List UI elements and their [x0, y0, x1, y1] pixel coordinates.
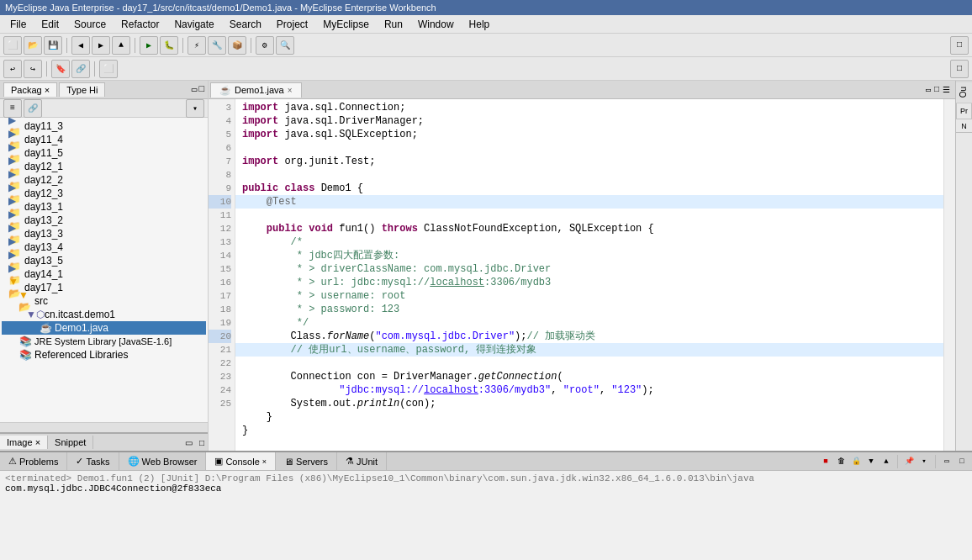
- outline-panel-tab[interactable]: Ou: [956, 81, 972, 103]
- tree-item-day13-4[interactable]: ▶📁 day13_4: [2, 240, 206, 254]
- console-next[interactable]: ▼: [864, 455, 878, 468]
- tb-save[interactable]: 💾: [44, 36, 62, 55]
- tb-back[interactable]: ◀: [71, 36, 90, 55]
- collapse-all-btn[interactable]: ≡: [3, 99, 22, 118]
- tree-label: day12_3: [24, 188, 63, 199]
- tab-problems[interactable]: ⚠ Problems: [0, 452, 67, 470]
- tb2-2[interactable]: ↪: [24, 60, 42, 78]
- bottom-content-area: <terminated> Demo1.fun1 (2) [JUnit] D:\P…: [0, 471, 972, 560]
- console-prev[interactable]: ▲: [880, 455, 893, 468]
- tb2-4[interactable]: 🔗: [71, 60, 90, 78]
- servers-label: Servers: [296, 457, 328, 467]
- tb-debug[interactable]: 🐛: [160, 36, 178, 55]
- tb-up[interactable]: ▲: [112, 36, 130, 55]
- editor-maximize-icon[interactable]: □: [934, 85, 939, 94]
- console-stop-btn[interactable]: ■: [819, 455, 832, 468]
- nav-panel-icon[interactable]: N: [956, 119, 972, 133]
- menu-project[interactable]: Project: [270, 17, 314, 32]
- tab-package-explorer[interactable]: Packag ×: [3, 82, 57, 97]
- tb-extra4[interactable]: ⚙: [256, 36, 274, 55]
- tab-snippet[interactable]: Snippet: [48, 436, 93, 449]
- editor-minimize-icon[interactable]: ▭: [926, 85, 931, 95]
- tab-tasks[interactable]: ✓ Tasks: [67, 452, 119, 470]
- tb-extra1[interactable]: ⚡: [188, 36, 206, 55]
- tab-servers[interactable]: 🖥 Servers: [276, 452, 337, 470]
- tree-label: JRE System Library [JavaSE-1.6]: [34, 336, 172, 346]
- menu-source[interactable]: Source: [67, 17, 113, 32]
- separator-6: [94, 61, 95, 77]
- console-close[interactable]: ×: [262, 457, 267, 466]
- tab-web-browser[interactable]: 🌐 Web Browser: [119, 452, 207, 470]
- tb-extra5[interactable]: 🔍: [276, 36, 294, 55]
- prop-panel-icon[interactable]: Pr: [956, 103, 972, 119]
- tree-hscroll[interactable]: [0, 422, 208, 432]
- tree-item-day13-1[interactable]: ▶📁 day13_1: [2, 200, 206, 214]
- tree-label: Demo1.java: [55, 322, 108, 334]
- tree-label: day13_3: [24, 228, 63, 240]
- menu-run[interactable]: Run: [378, 17, 409, 32]
- tree-label: day13_4: [24, 241, 63, 253]
- editor-tab-demo1[interactable]: ☕ Demo1.java ×: [210, 82, 302, 98]
- bl-maximize[interactable]: □: [196, 438, 208, 447]
- tree-item-day13-2[interactable]: ▶📁 day13_2: [2, 214, 206, 227]
- tree-item-day12-2[interactable]: ▶📁 day12_2: [2, 173, 206, 187]
- tab-junit[interactable]: ⚗ JUnit: [337, 452, 387, 470]
- browser-label: Web Browser: [142, 457, 198, 467]
- console-output: <terminated> Demo1.fun1 (2) [JUnit] D:\P…: [0, 471, 972, 560]
- tb-extra2[interactable]: 🔧: [208, 36, 226, 55]
- tab-image[interactable]: Image ×: [0, 436, 48, 449]
- menu-file[interactable]: File: [3, 17, 33, 32]
- tb-new[interactable]: ⬜: [3, 36, 22, 55]
- editor-outline-toggle[interactable]: ☰: [943, 85, 950, 95]
- tb2-5[interactable]: ⬜: [99, 60, 118, 78]
- console-pin[interactable]: 📌: [902, 455, 916, 468]
- bottom-maximize[interactable]: □: [955, 455, 969, 468]
- editor-tab-close[interactable]: ×: [288, 86, 293, 95]
- menu-refactor[interactable]: Refactor: [114, 17, 166, 32]
- menu-search[interactable]: Search: [223, 17, 268, 32]
- tb-extra3[interactable]: 📦: [228, 36, 246, 55]
- tb2-1[interactable]: ↩: [3, 60, 22, 78]
- editor-tab-bar: ☕ Demo1.java × ▭ □ ☰: [209, 81, 955, 99]
- link-btn[interactable]: 🔗: [24, 99, 42, 118]
- tree-item-jre[interactable]: 📚 JRE System Library [JavaSE-1.6]: [2, 335, 206, 348]
- tree-item-day17-1[interactable]: ▼📂 day17_1: [2, 281, 206, 294]
- maximize-icon[interactable]: □: [198, 84, 204, 95]
- tree-item-day11-5[interactable]: ▶📁 day11_5: [2, 146, 206, 160]
- tree-item-day11-4[interactable]: ▶📁 day11_4: [2, 133, 206, 146]
- bl-minimize[interactable]: ▭: [182, 438, 196, 447]
- separator-5: [46, 61, 47, 77]
- menu-edit[interactable]: Edit: [34, 17, 66, 32]
- tab-type-hierarchy[interactable]: Type Hi: [59, 82, 105, 97]
- console-view-menu[interactable]: ▾: [917, 455, 931, 468]
- tree-item-day12-1[interactable]: ▶📁 day12_1: [2, 160, 206, 173]
- view-menu-btn[interactable]: ▾: [186, 99, 204, 118]
- tree-item-src[interactable]: ▼📂 src: [2, 294, 206, 308]
- menu-navigate[interactable]: Navigate: [167, 17, 220, 32]
- tree-item-day13-3[interactable]: ▶📁 day13_3: [2, 227, 206, 240]
- tree-item-day13-5[interactable]: ▶📁 day13_5: [2, 254, 206, 267]
- menu-myeclipse[interactable]: MyEclipse: [316, 17, 376, 32]
- tree-item-package[interactable]: ▼⬡ cn.itcast.demo1: [2, 308, 206, 321]
- code-content[interactable]: import java.sql.Connection; import java.…: [235, 99, 943, 451]
- tb-open[interactable]: 📂: [24, 36, 42, 55]
- tree-item-demo1-java[interactable]: ☕ Demo1.java: [2, 321, 206, 335]
- tree-item-ref-libs[interactable]: 📚 Referenced Libraries: [2, 348, 206, 362]
- menu-help[interactable]: Help: [462, 17, 497, 32]
- tb2-right[interactable]: □: [950, 60, 969, 78]
- tb-forward[interactable]: ▶: [92, 36, 110, 55]
- console-clear-btn[interactable]: 🗑: [834, 455, 848, 468]
- tb-perspective[interactable]: □: [950, 36, 969, 55]
- tree-item-day12-3[interactable]: ▶📁 day12_3: [2, 187, 206, 200]
- tb-run[interactable]: ▶: [140, 36, 158, 55]
- tb2-3[interactable]: 🔖: [51, 60, 70, 78]
- minimize-icon[interactable]: ▭: [192, 84, 198, 95]
- menu-window[interactable]: Window: [411, 17, 461, 32]
- bottom-minimize[interactable]: ▭: [940, 455, 954, 468]
- bottom-left-tabs: Image × Snippet ▭ □: [0, 432, 208, 451]
- tree-item-day11-3[interactable]: ▶📁 day11_3: [2, 119, 206, 133]
- editor-vscroll[interactable]: [943, 99, 955, 451]
- console-scroll-lock[interactable]: 🔒: [849, 455, 863, 468]
- tab-console[interactable]: ▣ Console ×: [206, 452, 276, 470]
- tree-item-day14-1[interactable]: ▶📁 day14_1: [2, 267, 206, 281]
